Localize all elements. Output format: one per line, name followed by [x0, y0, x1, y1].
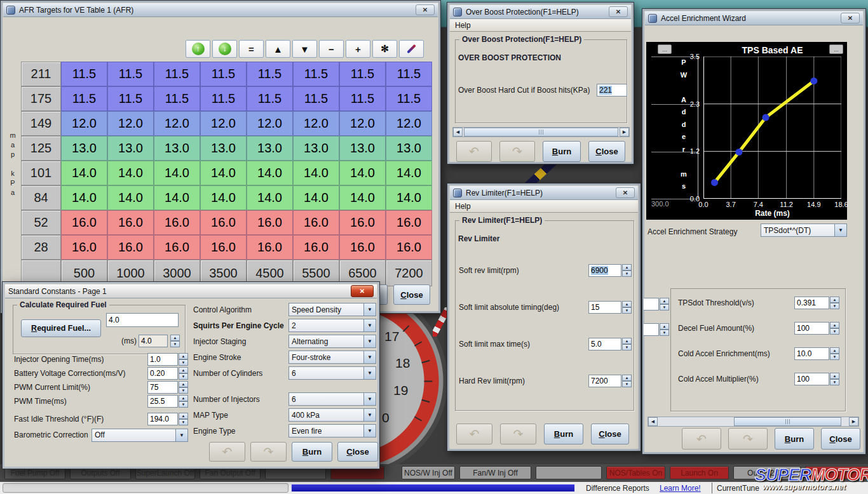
spinner-up-button[interactable]: ▲: [830, 373, 839, 379]
afr-cell[interactable]: 12.0: [247, 111, 293, 136]
indicator-nos-tables-on[interactable]: NOS/Tables On: [606, 466, 665, 479]
redo-button[interactable]: ↷: [250, 442, 287, 462]
afr-cell[interactable]: 16.0: [61, 235, 107, 260]
spinner[interactable]: ▲▼: [830, 322, 839, 335]
afr-cell[interactable]: 13.0: [386, 136, 432, 161]
spinner-down-button[interactable]: ▼: [179, 419, 188, 425]
afr-cell[interactable]: 11.5: [61, 86, 107, 111]
std-title-bar[interactable]: Standard Constants - Page 1 ✕: [5, 284, 377, 298]
spinner-up-button[interactable]: ▲: [622, 264, 632, 270]
spinner[interactable]: ▲▼: [179, 353, 188, 366]
afr-cell[interactable]: 11.5: [293, 86, 339, 111]
spinner-down-button[interactable]: ▼: [179, 359, 188, 366]
clipped-field[interactable]: ▲▼: [644, 298, 669, 310]
toolbar-minus-button[interactable]: −: [319, 40, 344, 58]
spinner[interactable]: ▲▼: [830, 297, 839, 309]
required-fuel-button[interactable]: Required Fuel...: [21, 319, 101, 337]
spinner-up-button[interactable]: ▲: [179, 381, 188, 387]
horizontal-scrollbar[interactable]: ◀ ▶: [648, 417, 859, 427]
afr-cell[interactable]: 14.0: [247, 185, 293, 210]
spinner-up-button[interactable]: ▲: [830, 322, 839, 328]
toolbar-scroll-down-button[interactable]: ↓: [212, 40, 237, 58]
field-input-soft-limit-absolute-timing-deg[interactable]: 15: [588, 301, 621, 314]
spinner-down-button[interactable]: ▼: [830, 328, 839, 335]
spinner[interactable]: ▲▼: [622, 375, 632, 387]
field-input-battery-voltage-correction-ms-v[interactable]: 0.20: [147, 367, 178, 380]
close-icon[interactable]: ✕: [616, 187, 635, 198]
dropdown-number-of-injectors[interactable]: 6▼: [288, 392, 376, 406]
afr-cell[interactable]: 16.0: [293, 210, 339, 235]
indicator-output2-off[interactable]: Output2 Off: [733, 466, 801, 479]
spinner-up-button[interactable]: ▲: [179, 395, 188, 401]
dropdown-engine-stroke[interactable]: Four-stroke▼: [288, 350, 376, 364]
spinner-up-button[interactable]: ▲: [179, 413, 188, 419]
scroll-track[interactable]: [658, 417, 849, 426]
close-button[interactable]: Close: [588, 141, 625, 162]
field-input-hard-rev-limit-rpm[interactable]: 7200: [588, 375, 621, 387]
afr-cell[interactable]: 14.0: [107, 161, 154, 185]
afr-cell[interactable]: 14.0: [61, 161, 107, 185]
afr-cell[interactable]: 12.0: [107, 111, 154, 136]
dropdown-map-type[interactable]: 400 kPa▼: [288, 408, 376, 422]
afr-cell[interactable]: 12.0: [154, 111, 200, 136]
overboost-title-bar[interactable]: Over Boost Protection(F1=HELP) ✕: [450, 5, 631, 19]
close-button[interactable]: Close: [393, 284, 430, 305]
chart-options-left-button[interactable]: ...: [658, 44, 672, 54]
afr-cell[interactable]: 16.0: [293, 235, 339, 260]
difference-reports-link[interactable]: Difference Reports: [586, 484, 649, 493]
toolbar-plus-button[interactable]: +: [346, 40, 370, 58]
afr-cell[interactable]: 16.0: [107, 235, 154, 260]
indicator-launch-on[interactable]: Launch On: [670, 466, 729, 479]
redo-button[interactable]: ↷: [499, 141, 535, 162]
indicator-nos-w-inj-off[interactable]: NOS/W Inj Off: [402, 466, 455, 479]
afr-cell[interactable]: 12.0: [339, 111, 386, 136]
redo-button[interactable]: ↷: [728, 428, 768, 450]
spinner-down-button[interactable]: ▼: [830, 303, 839, 309]
spinner-down-button[interactable]: ▼: [830, 354, 839, 360]
toolbar-multiply-button[interactable]: ✻: [372, 40, 397, 58]
afr-cell[interactable]: 13.0: [247, 136, 293, 161]
spinner-up-button[interactable]: ▲: [622, 375, 632, 381]
afr-title-bar[interactable]: AFR Targets for VE Table 1 (AFR) ✕: [3, 3, 438, 17]
spinner-up-button[interactable]: ▲: [622, 338, 632, 344]
afr-cell[interactable]: 11.5: [107, 62, 154, 86]
afr-cell[interactable]: 16.0: [339, 235, 386, 260]
field-input-injector-opening-time-ms[interactable]: 1.0: [147, 353, 178, 366]
afr-cell[interactable]: 11.5: [339, 62, 386, 86]
spinner-up-button[interactable]: ▲: [179, 367, 188, 373]
wizard-title-bar[interactable]: Accel Enrichment Wizard ✕: [645, 11, 863, 25]
undo-button[interactable]: ↶: [456, 424, 492, 444]
scroll-right-icon[interactable]: ▶: [849, 417, 858, 426]
afr-cell[interactable]: 14.0: [339, 161, 386, 185]
scroll-track[interactable]: [463, 128, 620, 137]
afr-cell[interactable]: 14.0: [61, 185, 107, 210]
afr-cell[interactable]: 13.0: [293, 136, 339, 161]
strategy-dropdown[interactable]: TPSdot*^(DT) ▼: [761, 224, 847, 237]
indicator-blank[interactable]: [536, 466, 602, 479]
close-icon[interactable]: ✕: [416, 4, 435, 15]
scroll-right-icon[interactable]: ▶: [620, 128, 629, 137]
afr-cell[interactable]: 16.0: [200, 210, 247, 235]
spinner-down-button[interactable]: ▼: [660, 304, 669, 310]
dropdown-injector-staging[interactable]: Alternating▼: [288, 335, 376, 348]
afr-cell[interactable]: 14.0: [200, 161, 247, 185]
afr-cell[interactable]: 11.5: [386, 62, 432, 86]
spinner[interactable]: ▲▼: [830, 373, 839, 385]
burn-button[interactable]: Burn: [543, 141, 581, 162]
indicator-blank[interactable]: [805, 466, 868, 479]
afr-cell[interactable]: 11.5: [247, 86, 293, 111]
undo-button[interactable]: ↶: [456, 141, 492, 162]
spinner[interactable]: ▲▼: [179, 367, 188, 380]
afr-cell[interactable]: 11.5: [339, 86, 386, 111]
afr-cell[interactable]: 12.0: [61, 111, 107, 136]
dropdown-barometric-correction[interactable]: Off▼: [92, 429, 188, 442]
menu-help[interactable]: Help: [455, 21, 471, 30]
toolbar-scroll-up-button[interactable]: ↑: [186, 40, 210, 58]
afr-cell[interactable]: 11.5: [107, 86, 154, 111]
afr-cell[interactable]: 14.0: [386, 185, 432, 210]
horizontal-scrollbar[interactable]: ◀ ▶: [452, 127, 630, 137]
spinner-down-button[interactable]: ▼: [170, 341, 180, 347]
clipped-input[interactable]: [644, 298, 659, 310]
afr-cell[interactable]: 11.5: [154, 86, 200, 111]
afr-cell[interactable]: 14.0: [293, 161, 339, 185]
